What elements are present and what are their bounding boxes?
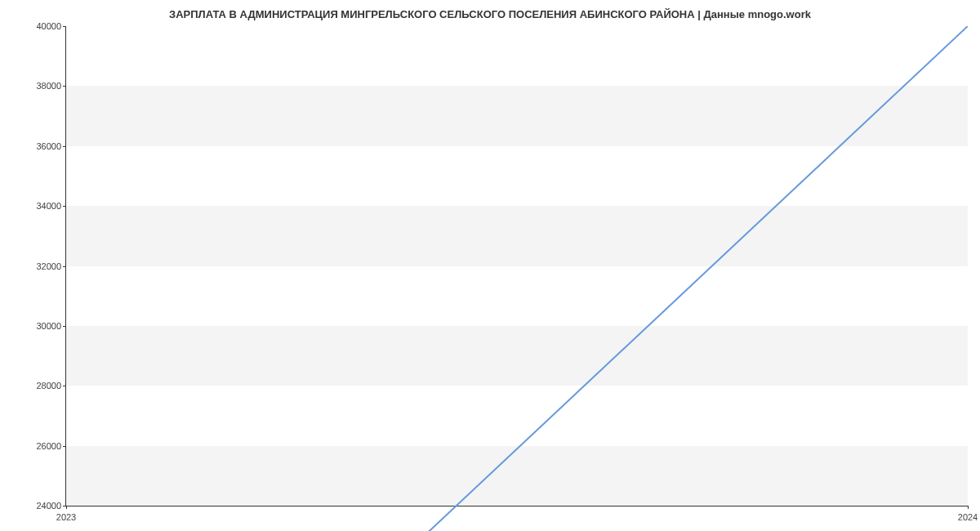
- y-tick-label: 34000: [25, 201, 61, 211]
- chart-container: 2400026000280003000032000340003600038000…: [65, 26, 968, 506]
- grid-band: [66, 206, 968, 266]
- x-tick-mark: [66, 506, 67, 509]
- grid-band: [66, 326, 968, 386]
- y-tick-mark: [63, 386, 66, 386]
- plot-area: 2400026000280003000032000340003600038000…: [65, 26, 968, 506]
- y-tick-mark: [63, 446, 66, 447]
- grid-band: [66, 86, 968, 145]
- grid-band: [66, 446, 968, 506]
- y-tick-mark: [63, 86, 66, 87]
- y-tick-label: 32000: [25, 261, 61, 271]
- y-tick-label: 28000: [25, 381, 61, 390]
- x-tick-label: 2023: [56, 512, 76, 522]
- y-tick-mark: [63, 146, 66, 147]
- y-tick-mark: [63, 26, 66, 27]
- y-tick-label: 36000: [25, 141, 61, 151]
- x-tick-mark: [968, 506, 969, 509]
- y-tick-mark: [63, 266, 66, 267]
- y-tick-label: 24000: [25, 501, 61, 511]
- chart-title: ЗАРПЛАТА В АДМИНИСТРАЦИЯ МИНГРЕЛЬСКОГО С…: [0, 0, 980, 27]
- y-tick-label: 38000: [25, 81, 61, 91]
- y-tick-mark: [63, 206, 66, 207]
- y-tick-label: 26000: [25, 441, 61, 451]
- y-tick-label: 40000: [25, 21, 61, 31]
- x-tick-label: 2024: [958, 512, 978, 522]
- y-tick-mark: [63, 326, 66, 327]
- y-tick-label: 30000: [25, 321, 61, 331]
